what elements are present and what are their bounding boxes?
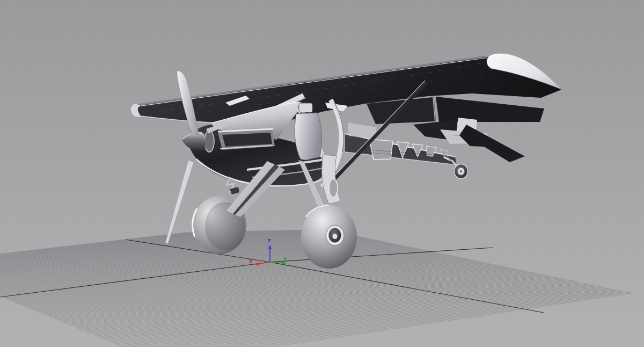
- seat-headrest: [299, 103, 312, 112]
- wheel-axle-cap: [333, 234, 338, 239]
- main-wheel-right[interactable]: [301, 205, 357, 269]
- z-axis-label: z: [268, 237, 271, 243]
- viewport-canvas[interactable]: x y z: [0, 0, 644, 347]
- tailwheel-axle-cap: [460, 170, 462, 172]
- cowl-lip-ring: [204, 131, 214, 152]
- seat-back: [295, 113, 321, 161]
- gear-strut-cutout: [329, 179, 338, 197]
- render-viewport[interactable]: x y z: [0, 0, 644, 347]
- x-axis-label: x: [249, 258, 252, 264]
- boom-lightening-hole: [369, 139, 393, 160]
- y-axis-label: y: [283, 256, 287, 262]
